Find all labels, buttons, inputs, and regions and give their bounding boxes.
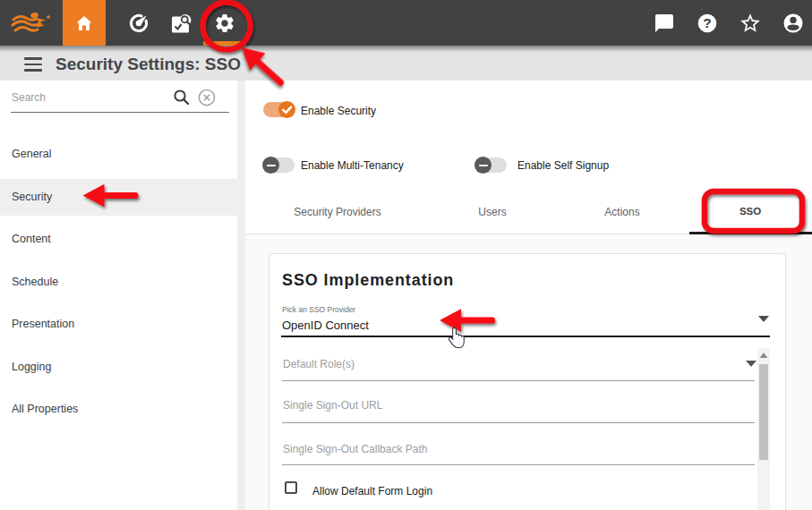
- svg-text:?: ?: [703, 15, 711, 30]
